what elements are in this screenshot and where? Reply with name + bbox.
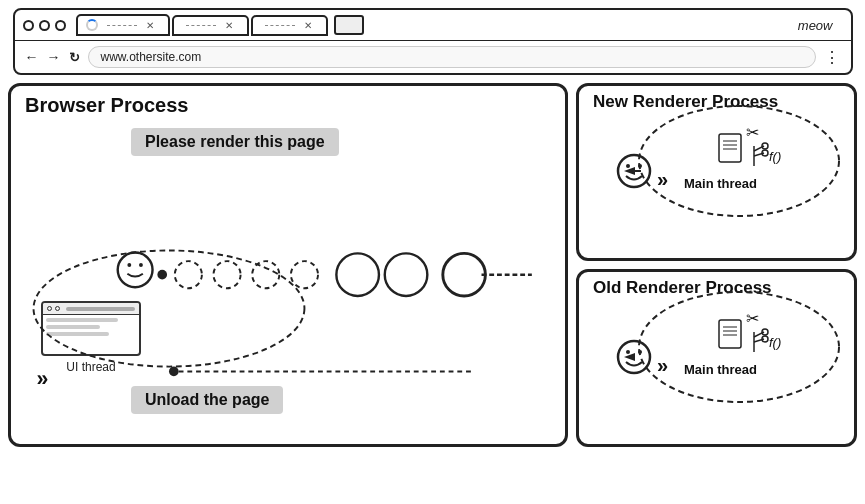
svg-point-6 (291, 261, 318, 288)
tab-2[interactable]: ✕ (172, 15, 249, 36)
svg-text:✂: ✂ (746, 310, 759, 327)
svg-point-15 (626, 164, 630, 168)
mini-browser-content (43, 315, 139, 342)
svg-point-2 (139, 263, 143, 267)
render-message-box: Please render this page (131, 128, 339, 156)
diagram-area: Browser Process Please render this page … (0, 75, 865, 455)
meow-label: meow (788, 15, 843, 36)
mini-addressbar (66, 307, 135, 311)
svg-point-0 (118, 252, 153, 287)
ui-thread-area: UI thread (41, 301, 141, 374)
tab-spinner (86, 19, 98, 31)
tab-3-dots (265, 25, 295, 26)
unload-message-box: Unload the page (131, 386, 283, 414)
forward-button[interactable]: → (47, 49, 61, 65)
svg-rect-39 (719, 320, 741, 348)
right-panel: New Renderer Process » Main thread (576, 83, 857, 447)
browser-menu[interactable]: ⋮ (824, 48, 841, 67)
tab-1-close[interactable]: ✕ (146, 20, 154, 31)
address-bar: ← → ↻ www.othersite.com ⋮ (15, 41, 851, 73)
svg-point-5 (252, 261, 279, 288)
maximize-dot (55, 20, 66, 31)
svg-point-4 (213, 261, 240, 288)
tab-3-close[interactable]: ✕ (304, 20, 312, 31)
svg-text:f(): f() (769, 335, 781, 350)
new-renderer-box: New Renderer Process » Main thread (576, 83, 857, 261)
old-renderer-box: Old Renderer Process » Main thread (576, 269, 857, 447)
svg-text:»: » (657, 168, 668, 190)
svg-text:Main thread: Main thread (684, 176, 757, 191)
mini-browser-titlebar (43, 303, 139, 315)
browser-tabs-bar: ✕ ✕ ✕ meow (15, 10, 851, 41)
svg-point-1 (127, 263, 131, 267)
mini-line-1 (46, 318, 118, 322)
mini-line-2 (46, 325, 100, 329)
tab-1[interactable]: ✕ (76, 14, 170, 36)
svg-point-9 (443, 253, 486, 296)
tab-3[interactable]: ✕ (251, 15, 328, 36)
svg-rect-21 (719, 134, 741, 162)
svg-text:f(): f() (769, 149, 781, 164)
tab-2-dots (186, 25, 216, 26)
tab-1-dots (107, 25, 137, 26)
ui-thread-label: UI thread (41, 360, 141, 374)
browser-process-box: Browser Process Please render this page … (8, 83, 568, 447)
svg-point-10 (157, 270, 167, 280)
close-dot (23, 20, 34, 31)
mini-browser-icon (41, 301, 141, 356)
mini-dot-1 (47, 306, 52, 311)
svg-point-3 (175, 261, 202, 288)
reload-button[interactable]: ↻ (69, 50, 80, 65)
tab-2-close[interactable]: ✕ (225, 20, 233, 31)
new-renderer-svg: » Main thread ✂ f() (579, 86, 857, 226)
svg-point-7 (336, 253, 379, 296)
browser-mockup: ✕ ✕ ✕ meow ← → ↻ www.othersite.com ⋮ (13, 8, 853, 75)
svg-point-8 (385, 253, 428, 296)
svg-point-33 (626, 350, 630, 354)
svg-text:✂: ✂ (746, 124, 759, 141)
svg-text:Main thread: Main thread (684, 362, 757, 377)
svg-point-13 (169, 367, 179, 377)
old-renderer-svg: » Main thread ✂ f() (579, 272, 857, 412)
window-controls (23, 20, 66, 31)
minimize-dot (39, 20, 50, 31)
address-input[interactable]: www.othersite.com (88, 46, 816, 68)
back-button[interactable]: ← (25, 49, 39, 65)
svg-text:»: » (657, 354, 668, 376)
mini-line-3 (46, 332, 109, 336)
mini-dot-2 (55, 306, 60, 311)
browser-process-title: Browser Process (11, 86, 565, 117)
new-tab-button[interactable] (334, 15, 364, 35)
